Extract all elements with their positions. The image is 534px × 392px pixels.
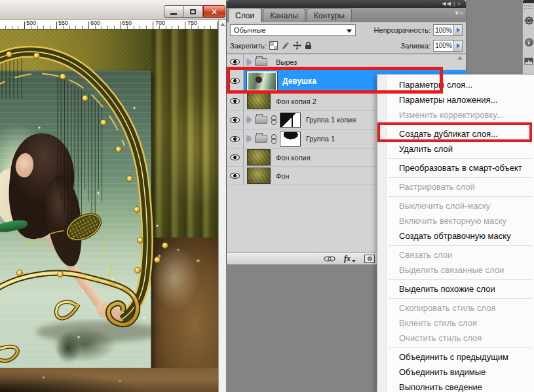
spinner-arrow-icon <box>457 27 460 33</box>
menu-item-12: Включить векторную маску <box>377 213 534 228</box>
maximize-icon <box>190 9 196 14</box>
blend-mode-value: Обычные <box>234 26 266 34</box>
menu-item-25[interactable]: Объединить видимые <box>377 365 534 380</box>
visibility-toggle[interactable] <box>227 111 244 129</box>
menu-item-16: Выделить связанные слои <box>377 262 534 277</box>
panel-collapse-close-icons[interactable]: ◀◀ | × <box>442 1 462 7</box>
menu-item-2: Изменить корректировку... <box>377 107 534 122</box>
expand-triangle-icon[interactable] <box>247 116 252 123</box>
layer-name: Девушка <box>282 77 316 86</box>
panel-menu-icon[interactable]: ▼≡ <box>454 10 463 16</box>
menu-item-24[interactable]: Объединить с предыдущим <box>377 349 534 365</box>
eye-icon <box>230 78 240 84</box>
menu-item-7[interactable]: Преобразовать в смарт-объект <box>377 160 534 175</box>
horizontal-ruler: 500550600650700750 <box>0 20 218 29</box>
menu-item-1[interactable]: Параметры наложения... <box>377 92 534 107</box>
canvas-artwork[interactable] <box>0 29 218 392</box>
close-icon: × <box>212 7 217 16</box>
layer-name: Фон <box>276 172 290 180</box>
panel-dock: i <box>522 0 534 75</box>
eye-icon <box>230 154 240 160</box>
chevron-down-icon <box>347 29 352 33</box>
fill-spinner[interactable] <box>454 40 463 52</box>
scroll-up-icon <box>220 23 225 26</box>
opacity-spinner[interactable] <box>454 24 463 36</box>
ruler-label: 600 <box>90 20 100 26</box>
ruler-label: 550 <box>58 20 68 26</box>
lock-transparency-icon[interactable] <box>269 41 278 50</box>
visibility-toggle[interactable] <box>227 70 244 92</box>
dock-titlebar <box>523 0 534 3</box>
add-mask-icon[interactable] <box>364 255 375 263</box>
menu-item-15: Связать слои <box>377 247 534 262</box>
folder-icon <box>255 135 267 143</box>
visibility-toggle[interactable] <box>227 167 244 185</box>
layer-thumbnail <box>247 168 271 184</box>
lock-move-icon[interactable] <box>293 41 301 50</box>
minimize-button[interactable] <box>164 5 183 18</box>
chain-link-icon <box>271 134 277 144</box>
dock-drag-grip[interactable] <box>524 5 533 10</box>
lock-all-icon[interactable] <box>305 41 312 50</box>
eye-icon <box>230 173 240 179</box>
panel-titlebar: ◀◀ | × <box>227 0 466 8</box>
vertical-scrollbar[interactable] <box>218 20 226 392</box>
layer-mask-thumbnail <box>280 113 301 128</box>
layer-name: Группа 1 <box>306 135 335 143</box>
fill-input[interactable]: 100% <box>433 40 454 52</box>
gold-ornament-frame <box>0 29 218 392</box>
fill-label: Заливка: <box>401 42 430 50</box>
tab-paths[interactable]: Контуры <box>307 9 352 22</box>
window-controls: × <box>164 5 225 18</box>
document-titlebar: × <box>0 0 226 20</box>
visibility-toggle[interactable] <box>227 130 244 148</box>
visibility-toggle[interactable] <box>227 92 244 110</box>
menu-item-20: Скопировать стиль слоя <box>377 300 534 315</box>
menu-item-0[interactable]: Параметры слоя... <box>377 77 534 92</box>
opacity-input[interactable]: 100% <box>433 24 454 36</box>
layer-row-Вырез[interactable]: Вырез <box>227 54 466 70</box>
layer-thumbnail <box>247 149 271 166</box>
ruler-label: 650 <box>122 20 132 26</box>
layer-name: Группа 1 копия <box>306 116 356 124</box>
opacity-label: Непрозрачность: <box>374 26 430 34</box>
close-button[interactable]: × <box>203 5 225 18</box>
expand-triangle-icon[interactable] <box>247 135 252 142</box>
photoshop-screen: × 500550600650700750 <box>0 0 534 392</box>
spinner-arrow-icon <box>457 43 460 48</box>
ruler-label: 750 <box>187 20 197 26</box>
layer-style-fx-icon[interactable]: fx <box>344 254 356 264</box>
menu-item-4[interactable]: Создать дубликат слоя... <box>377 126 534 141</box>
layer-thumbnail <box>247 71 277 91</box>
layer-name: Вырез <box>276 58 297 66</box>
menu-item-11: Выключить слой-маску <box>377 198 534 213</box>
eye-icon <box>230 117 240 123</box>
info-icon[interactable]: i <box>523 38 534 46</box>
chain-link-icon <box>271 115 277 125</box>
lock-row: Закрепить: Заливка: 100% <box>227 38 466 54</box>
tab-layers[interactable]: Слои <box>228 8 261 22</box>
menu-item-5[interactable]: Удалить слой <box>377 141 534 156</box>
lock-label: Закрепить: <box>230 42 267 50</box>
lock-paint-icon[interactable] <box>281 41 290 50</box>
expand-triangle-icon[interactable] <box>247 59 252 65</box>
link-layers-icon[interactable] <box>324 256 335 262</box>
blend-mode-row: Обычные Непрозрачность: 100% <box>227 22 466 38</box>
navigator-icon[interactable] <box>523 16 534 26</box>
histogram-icon[interactable] <box>523 58 534 65</box>
menu-item-13[interactable]: Создать обтравочную маску <box>377 228 534 243</box>
panel-tab-bar: Слои Каналы Контуры ▼≡ <box>227 8 466 22</box>
tab-channels[interactable]: Каналы <box>263 9 305 22</box>
menu-item-26[interactable]: Выполнить сведение <box>377 380 534 392</box>
folder-icon <box>255 116 267 124</box>
menu-item-22: Очистить стиль слоя <box>377 330 534 346</box>
folder-icon <box>255 58 267 66</box>
layer-name: Фон копия 2 <box>276 98 316 105</box>
document-window: × 500550600650700750 <box>0 0 226 392</box>
visibility-toggle[interactable] <box>227 54 244 69</box>
blend-mode-select[interactable]: Обычные <box>230 24 356 36</box>
maximize-button[interactable] <box>183 5 203 18</box>
menu-item-18[interactable]: Выделить похожие слои <box>377 281 534 296</box>
layer-mask-thumbnail <box>280 132 301 147</box>
visibility-toggle[interactable] <box>227 149 244 166</box>
